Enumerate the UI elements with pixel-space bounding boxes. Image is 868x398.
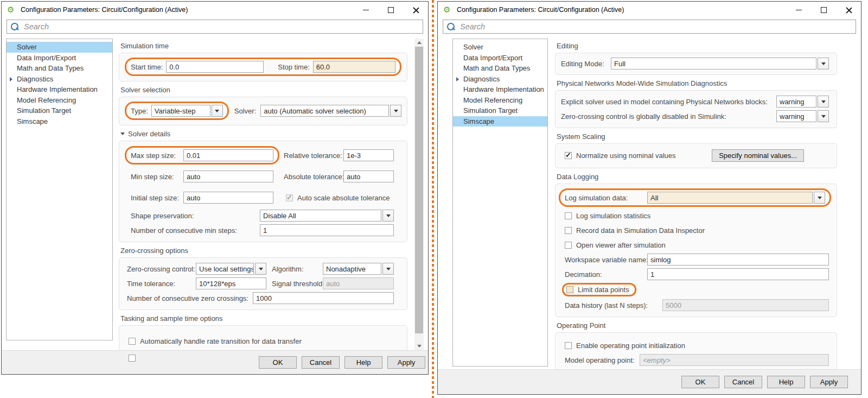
apply-button[interactable]: Apply <box>810 376 848 388</box>
sidebar-item-data-import-export[interactable]: Data Import/Export <box>7 53 112 64</box>
minimize-button[interactable] <box>795 7 802 14</box>
chevron-down-icon[interactable] <box>814 192 825 204</box>
sidebar-item-simscape[interactable]: Simscape <box>453 116 547 127</box>
sidebar-item-math-and-data-types[interactable]: Math and Data Types <box>453 63 547 74</box>
log-simulation-data-dropdown[interactable]: All <box>647 192 825 204</box>
scroll-down-arrow-icon[interactable] <box>414 342 424 350</box>
config-window-simscape: Configuration Parameters: Circuit/Config… <box>437 1 861 395</box>
zero-crossing-control-dropdown[interactable]: Use local settings <box>196 263 266 275</box>
max-step-size-input[interactable]: 0.01 <box>183 149 273 161</box>
sidebar-item-simulation-target[interactable]: Simulation Target <box>453 105 547 116</box>
sidebar-item-diagnostics[interactable]: Diagnostics <box>7 74 112 85</box>
sidebar-item-hardware-implementation[interactable]: Hardware Implementation <box>7 84 112 95</box>
shape-preservation-dropdown[interactable]: Disable All <box>260 210 394 222</box>
decimation-input[interactable]: 1 <box>647 268 829 280</box>
min-step-size-input[interactable]: auto <box>183 170 273 182</box>
stop-time-label: Stop time: <box>278 63 310 71</box>
sidebar-item-model-referencing[interactable]: Model Referencing <box>7 95 112 106</box>
dialog-footer: OK Cancel Help Apply <box>438 369 861 394</box>
help-button[interactable]: Help <box>767 376 805 388</box>
limit-data-points-label: Limit data points <box>578 286 629 294</box>
chevron-down-icon[interactable] <box>212 105 223 117</box>
section-header-solver-details[interactable]: Solver details <box>120 130 407 138</box>
ok-button[interactable]: OK <box>259 356 297 369</box>
close-button[interactable] <box>412 7 419 14</box>
chevron-down-icon[interactable] <box>390 105 401 117</box>
sidebar-item-simscape[interactable]: Simscape <box>7 116 112 127</box>
time-tolerance-input[interactable]: 10*128*eps <box>196 277 266 289</box>
consecutive-zero-crossings-label: Number of consecutive zero crossings: <box>127 294 248 302</box>
category-sidebar: Solver Data Import/Export Math and Data … <box>452 39 548 367</box>
chevron-down-icon[interactable] <box>382 210 394 222</box>
cancel-button[interactable]: Cancel <box>302 356 340 369</box>
normalize-nominal-values-label: Normalize using nominal values <box>576 151 676 160</box>
log-simulation-statistics-checkbox[interactable] <box>565 212 572 219</box>
search-icon <box>11 23 19 31</box>
sidebar-item-solver[interactable]: Solver <box>453 42 547 53</box>
minimize-button[interactable] <box>362 7 369 14</box>
signal-threshold-input: auto <box>323 277 394 289</box>
scroll-up-arrow-icon[interactable] <box>414 39 424 47</box>
chevron-down-icon[interactable] <box>818 58 829 70</box>
scrollbar-thumb[interactable] <box>415 47 423 333</box>
sidebar-item-math-and-data-types[interactable]: Math and Data Types <box>7 63 112 74</box>
auto-scale-absolute-tolerance-checkbox[interactable] <box>286 194 293 201</box>
chevron-down-icon[interactable] <box>255 263 266 275</box>
sidebar-item-data-import-export[interactable]: Data Import/Export <box>453 53 547 64</box>
sidebar-item-model-referencing[interactable]: Model Referencing <box>453 95 547 106</box>
cancel-button[interactable]: Cancel <box>724 376 762 388</box>
consecutive-zero-crossings-input[interactable]: 1000 <box>253 292 394 304</box>
ok-button[interactable]: OK <box>681 376 719 388</box>
stop-time-input[interactable]: 60.0 <box>313 61 395 73</box>
expand-arrow-icon[interactable] <box>456 77 459 81</box>
maximize-button[interactable] <box>820 7 827 14</box>
collapse-arrow-icon[interactable] <box>120 132 125 135</box>
zero-crossing-disabled-dropdown[interactable]: warning <box>776 110 829 122</box>
sidebar-item-simulation-target[interactable]: Simulation Target <box>7 105 112 116</box>
chevron-down-icon[interactable] <box>382 263 394 275</box>
vertical-scrollbar[interactable] <box>414 39 424 350</box>
system-scaling-group: Normalize using nominal values Specify n… <box>555 143 837 168</box>
help-button[interactable]: Help <box>344 356 382 369</box>
solver-details-group: Max step size: 0.01 Relative tolerance: … <box>119 141 407 242</box>
sidebar-item-solver[interactable]: Solver <box>7 42 112 53</box>
sidebar-item-hardware-implementation[interactable]: Hardware Implementation <box>453 84 547 95</box>
search-input[interactable]: Search <box>443 20 856 34</box>
data-history-input: 5000 <box>662 299 829 311</box>
workspace-variable-name-input[interactable]: simlog <box>647 254 829 266</box>
limit-data-points-checkbox[interactable] <box>566 286 573 293</box>
chevron-down-icon[interactable] <box>818 96 829 108</box>
enable-operating-point-checkbox[interactable] <box>565 342 572 349</box>
search-input[interactable]: Search <box>7 20 423 34</box>
record-sdi-checkbox[interactable] <box>565 227 572 234</box>
absolute-tolerance-input[interactable]: auto <box>343 170 394 182</box>
open-viewer-checkbox[interactable] <box>565 242 572 249</box>
solver-type-dropdown[interactable]: Variable-step <box>151 105 223 117</box>
log-simulation-data-label: Log simulation data: <box>565 194 647 202</box>
highlight-ring-max-step-size: Max step size: 0.01 <box>125 146 279 165</box>
algorithm-dropdown[interactable]: Nonadaptive <box>323 263 394 275</box>
priority-value-checkbox[interactable] <box>129 355 136 362</box>
auto-scale-absolute-tolerance-label: Auto scale absolute tolerance <box>297 194 390 202</box>
consecutive-min-steps-input[interactable]: 1 <box>260 224 394 236</box>
solver-dropdown[interactable]: auto (Automatic solver selection) <box>260 105 401 117</box>
specify-nominal-values-button[interactable]: Specify nominal values... <box>712 149 804 162</box>
relative-tolerance-input[interactable]: 1e-3 <box>343 149 394 161</box>
apply-button[interactable]: Apply <box>387 356 425 369</box>
editing-mode-dropdown[interactable]: Full <box>611 58 829 70</box>
maximize-button[interactable] <box>387 7 394 14</box>
dialog-body: Solver Data Import/Export Math and Data … <box>438 39 861 369</box>
initial-step-size-input[interactable]: auto <box>183 192 273 204</box>
section-title-pn-diagnostics: Physical Networks Model-Wide Simulation … <box>557 79 837 87</box>
simscape-pane-content: Editing Editing Mode: Full Physical Netw… <box>555 39 837 375</box>
start-time-input[interactable]: 0.0 <box>166 61 264 73</box>
rate-transition-checkbox[interactable] <box>129 338 136 345</box>
max-step-size-label: Max step size: <box>131 151 183 160</box>
zero-crossing-group: Zero-crossing control: Use local setting… <box>119 257 407 310</box>
normalize-nominal-values-checkbox[interactable] <box>565 152 572 159</box>
sidebar-item-diagnostics[interactable]: Diagnostics <box>453 74 547 85</box>
expand-arrow-icon[interactable] <box>10 77 12 81</box>
chevron-down-icon[interactable] <box>818 110 829 122</box>
close-button[interactable] <box>845 7 852 14</box>
explicit-solver-dropdown[interactable]: warning <box>776 96 829 108</box>
